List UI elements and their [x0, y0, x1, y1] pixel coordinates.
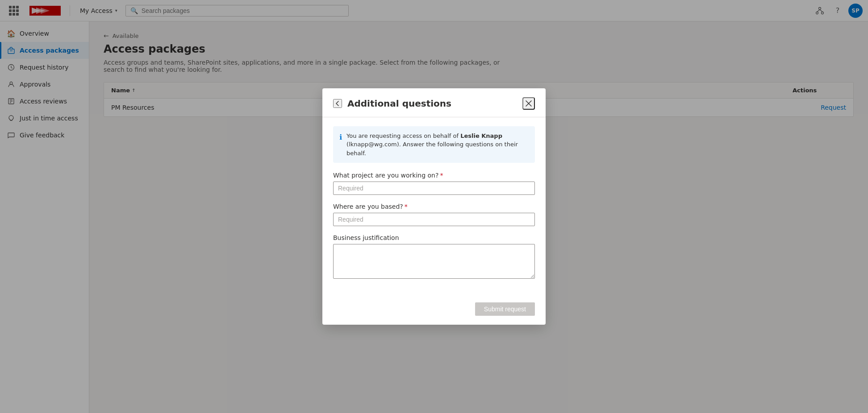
- required-marker: *: [440, 172, 443, 179]
- form-group-location: Where are you based?*: [333, 203, 535, 226]
- info-icon: ℹ: [339, 132, 342, 143]
- form-group-project: What project are you working on?*: [333, 172, 535, 195]
- project-input[interactable]: [333, 182, 535, 195]
- project-label: What project are you working on?*: [333, 172, 535, 179]
- modal-footer: Submit request: [322, 297, 546, 325]
- required-marker: *: [405, 203, 408, 210]
- modal-overlay: Additional questions ℹ You are requestin…: [0, 0, 868, 413]
- modal-back-button[interactable]: [333, 99, 342, 108]
- modal-close-button[interactable]: [522, 97, 535, 110]
- modal-title: Additional questions: [347, 98, 517, 109]
- info-banner-text: You are requesting access on behalf of L…: [346, 132, 529, 158]
- justification-textarea[interactable]: [333, 244, 535, 279]
- modal-body: ℹ You are requesting access on behalf of…: [322, 117, 546, 297]
- modal-header: Additional questions: [322, 88, 546, 117]
- location-input[interactable]: [333, 213, 535, 226]
- form-group-justification: Business justification: [333, 234, 535, 280]
- info-banner: ℹ You are requesting access on behalf of…: [333, 126, 535, 163]
- additional-questions-modal: Additional questions ℹ You are requestin…: [322, 88, 546, 325]
- justification-label: Business justification: [333, 234, 535, 241]
- location-label: Where are you based?*: [333, 203, 535, 210]
- submit-request-button[interactable]: Submit request: [475, 302, 535, 316]
